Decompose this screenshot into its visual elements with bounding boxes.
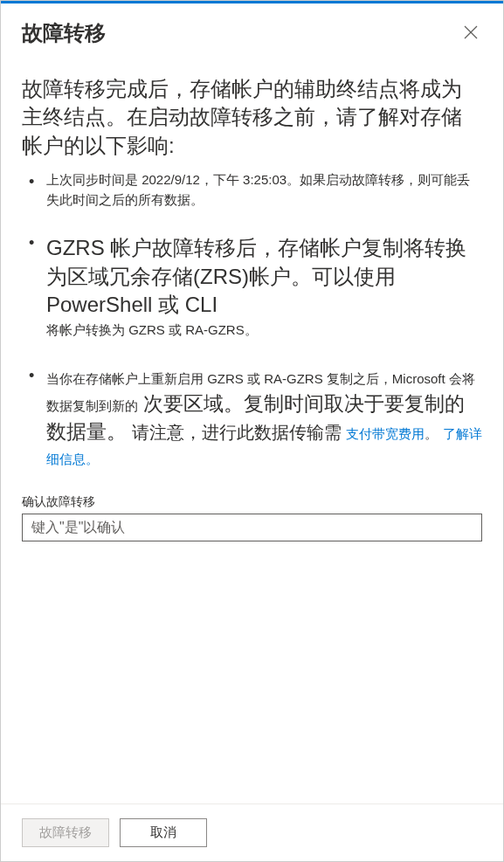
confirm-input[interactable] [22, 514, 482, 541]
list-item-text: GZRS 帐户故障转移后，存储帐户复制将转换为区域冗余存储(ZRS)帐户。可以使… [46, 234, 482, 319]
panel-header: 故障转移 [1, 1, 503, 54]
intro-paragraph: 故障转移完成后，存储帐户的辅助终结点将成为主终结点。在启动故障转移之前，请了解对… [22, 75, 482, 160]
list-item-subtext: 将帐户转换为 GZRS 或 RA-GZRS。 [46, 321, 482, 341]
list-item-text: 请注意，进行此数据传输需 [132, 423, 342, 442]
confirm-label: 确认故障转移 [22, 494, 482, 510]
panel-content: 故障转移完成后，存储帐户的辅助终结点将成为主终结点。在启动故障转移之前，请了解对… [1, 54, 503, 803]
panel-footer: 故障转移 取消 [1, 803, 503, 861]
list-item: 上次同步时间是 2022/9/12，下午 3:25:03。如果启动故障转移，则可… [22, 170, 482, 210]
impact-list: 上次同步时间是 2022/9/12，下午 3:25:03。如果启动故障转移，则可… [22, 170, 482, 470]
failover-button[interactable]: 故障转移 [22, 818, 109, 847]
panel-title: 故障转移 [22, 19, 106, 47]
list-item-text: 。 [425, 426, 438, 441]
cancel-button[interactable]: 取消 [120, 818, 207, 847]
close-icon [463, 24, 479, 40]
close-button[interactable] [459, 21, 482, 46]
bandwidth-cost-link[interactable]: 支付带宽费用 [346, 426, 425, 441]
list-item-text: 上次同步时间是 2022/9/12，下午 3:25:03。如果启动故障转移，则可… [46, 172, 470, 207]
list-item: GZRS 帐户故障转移后，存储帐户复制将转换为区域冗余存储(ZRS)帐户。可以使… [22, 234, 482, 341]
list-item: 当你在存储帐户上重新启用 GZRS 或 RA-GZRS 复制之后，Microso… [22, 365, 482, 470]
